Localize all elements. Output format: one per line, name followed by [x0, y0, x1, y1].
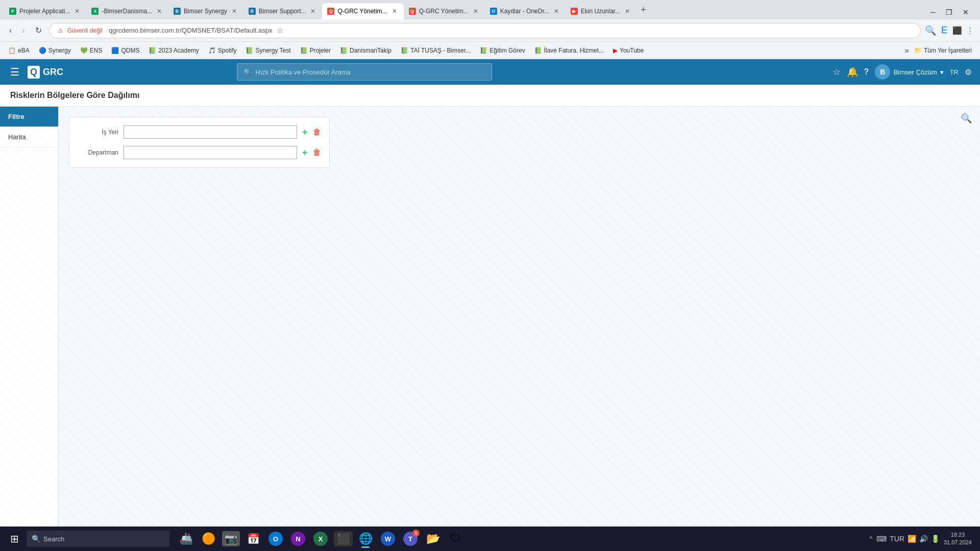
profile-icon[interactable]: E [940, 24, 948, 37]
taskbar-app-black[interactable]: ⬛ [333, 529, 353, 549]
search-lens-icon[interactable]: 🔍 [925, 25, 936, 36]
new-tab-button[interactable]: + [636, 3, 650, 17]
tab-title-ekin: Ekin Uzunlar... [581, 8, 620, 15]
all-bookmarks-folder[interactable]: 📁 Tüm Yer İşaretleri [910, 45, 976, 56]
address-input[interactable]: ⚠ Güvenli değil qgrcdemo.bimser.com.tr/Q… [49, 23, 921, 38]
bookmark-projeler[interactable]: 📗 Projeler [296, 45, 335, 56]
sidebar-item-filtre-label: Filtre [8, 113, 24, 120]
forward-button[interactable]: › [19, 24, 28, 37]
address-bar-icons: ☆ [277, 26, 283, 35]
is-yeri-add-button[interactable]: + [302, 128, 308, 137]
minimize-button[interactable]: ─ [927, 7, 939, 17]
bookmark-spotify-label: Spotify [218, 47, 237, 54]
bookmark-qdms[interactable]: 🟦 QDMS [107, 45, 143, 56]
tab-projeler[interactable]: P Projeler Applicati... ✕ [4, 3, 86, 19]
tray-chevron-icon[interactable]: ^ [870, 535, 873, 542]
sidebar-item-filtre[interactable]: Filtre [0, 107, 58, 127]
tab-bimser-support[interactable]: B Bimser Support... ✕ [243, 3, 323, 19]
bell-icon[interactable]: 🔔 [847, 66, 858, 78]
help-icon[interactable]: ? [864, 67, 869, 77]
taskbar-app-files[interactable]: 📂 [423, 529, 443, 549]
user-dropdown-icon: ▾ [940, 68, 944, 76]
tab-close-danisma[interactable]: ✕ [155, 7, 163, 15]
tab-qgrc-active[interactable]: Q Q-GRC Yönetim... ✕ [322, 3, 403, 19]
tab-close-synergy[interactable]: ✕ [230, 7, 238, 15]
taskbar-app-gallery[interactable]: 📷 [220, 529, 241, 549]
taskbar-app-shield[interactable]: 🛡 [445, 529, 465, 549]
language-button[interactable]: TR [950, 68, 959, 76]
is-yeri-delete-button[interactable]: 🗑 [313, 128, 321, 136]
tab-favicon-ekin: ▶ [571, 8, 578, 15]
bookmark-academy-icon: 📗 [149, 47, 156, 54]
bookmark-academy[interactable]: 📗 2023 Academy [144, 45, 203, 56]
taskbar-app-outlook[interactable]: O [265, 529, 286, 549]
volume-icon[interactable]: 🔊 [919, 535, 928, 543]
taskbar-app-orange[interactable]: 🟠 [198, 529, 218, 549]
bookmark-star-icon[interactable]: ☆ [277, 26, 283, 35]
tab-close-kayitlar[interactable]: ✕ [552, 7, 560, 15]
star-icon[interactable]: ☆ [832, 66, 841, 78]
header-right: ☆ 🔔 ? B Bimser Çözüm ▾ TR ⚙ [832, 64, 972, 80]
taskbar-search-bar[interactable]: 🔍 Search [27, 531, 169, 547]
reload-button[interactable]: ↻ [32, 23, 45, 37]
task-app-icon: ⬛ [334, 531, 353, 546]
bookmark-spotify[interactable]: 🎵 Spotify [204, 45, 241, 56]
app-menu-button[interactable]: ☰ [8, 64, 21, 80]
bookmark-synergy-test[interactable]: 📗 Synergy Test [241, 45, 295, 56]
app-settings-icon[interactable]: ⚙ [965, 67, 972, 77]
extensions-icon[interactable]: ⬛ [952, 26, 962, 35]
taskbar-app-ship[interactable]: 🚢 [176, 529, 196, 549]
bookmark-eba-label: eBA [18, 47, 30, 54]
back-button[interactable]: ‹ [6, 24, 15, 37]
tab-ekin[interactable]: ▶ Ekin Uzunlar... ✕ [566, 3, 636, 19]
departman-delete-button[interactable]: 🗑 [313, 148, 321, 157]
taskbar-apps: 🚢 🟠 📷 📅 O N X ⬛ 🌐 [172, 529, 465, 549]
departman-add-button[interactable]: + [302, 148, 308, 157]
close-button[interactable]: ✕ [960, 7, 972, 17]
taskbar-app-word[interactable]: W [378, 529, 398, 549]
tab-qgrc-2[interactable]: Q Q-GRC Yönetim... ✕ [404, 3, 485, 19]
bookmark-qdms-label: QDMS [121, 47, 139, 54]
is-yeri-input[interactable] [124, 126, 297, 139]
app-search-bar[interactable]: 🔍 [237, 63, 492, 81]
bookmark-ens-label: ENS [90, 47, 103, 54]
restore-button[interactable]: ❐ [943, 7, 955, 17]
tab-bimser-synergy[interactable]: B Bimser Synergy ✕ [168, 3, 243, 19]
taskbar-clock[interactable]: 18:23 31.07.2024 [944, 531, 972, 547]
tab-bimser-danisma[interactable]: X -BimserDanisma... ✕ [86, 3, 168, 19]
tab-close-ekin[interactable]: ✕ [623, 7, 631, 15]
bookmark-synergy[interactable]: 🔵 Synergy [35, 45, 75, 56]
tab-kayitlar[interactable]: O Kayıtlar - OneDr... ✕ [485, 3, 566, 19]
taskbar-app-onenote[interactable]: N [288, 529, 308, 549]
tab-close-support[interactable]: ✕ [309, 7, 317, 15]
excel-icon: X [313, 532, 328, 546]
taskbar-app-chrome[interactable]: 🌐 [355, 529, 376, 549]
bookmark-ens[interactable]: 💚 ENS [76, 45, 107, 56]
tab-close-qgrc2[interactable]: ✕ [472, 7, 480, 15]
bookmark-eba[interactable]: 📋 eBA [4, 45, 34, 56]
tab-close-qgrc-active[interactable]: ✕ [390, 7, 399, 15]
bookmark-youtube[interactable]: ▶ YouTube [609, 45, 648, 56]
wifi-icon[interactable]: 📶 [908, 535, 916, 543]
bookmark-ilave[interactable]: 📗 İlave Fatura. Hizmet... [530, 45, 608, 56]
app-header: ☰ Q GRC 🔍 ☆ 🔔 ? B Bimser Çözüm ▾ [0, 59, 980, 85]
sidebar-item-harita[interactable]: Harita [0, 127, 58, 147]
taskbar-app-teams2[interactable]: T 1 [400, 529, 421, 549]
battery-icon[interactable]: 🔋 [931, 535, 940, 543]
sidebar-item-harita-label: Harita [8, 133, 26, 141]
taskbar-app-excel[interactable]: X [310, 529, 331, 549]
more-bookmarks-button[interactable]: » [904, 46, 909, 55]
taskbar-app-teams[interactable]: 📅 [243, 529, 263, 549]
start-button[interactable]: ⊞ [4, 529, 24, 549]
departman-input[interactable] [124, 146, 297, 159]
keyboard-icon[interactable]: ⌨ [876, 535, 887, 543]
user-menu-button[interactable]: B Bimser Çözüm ▾ [875, 64, 943, 80]
app-search-input[interactable] [256, 68, 485, 76]
content-search-icon[interactable]: 🔍 [961, 113, 972, 124]
tab-favicon-danisma: X [91, 8, 99, 15]
browser-menu-icon[interactable]: ⋮ [966, 26, 974, 35]
bookmark-danisman[interactable]: 📗 DanismanTakip [336, 45, 396, 56]
bookmark-tai[interactable]: 📗 TAİ TUSAŞ - Bimser... [397, 45, 475, 56]
bookmark-egitim[interactable]: 📗 Eğitim Görev [476, 45, 529, 56]
tab-close-projeler[interactable]: ✕ [73, 7, 81, 15]
